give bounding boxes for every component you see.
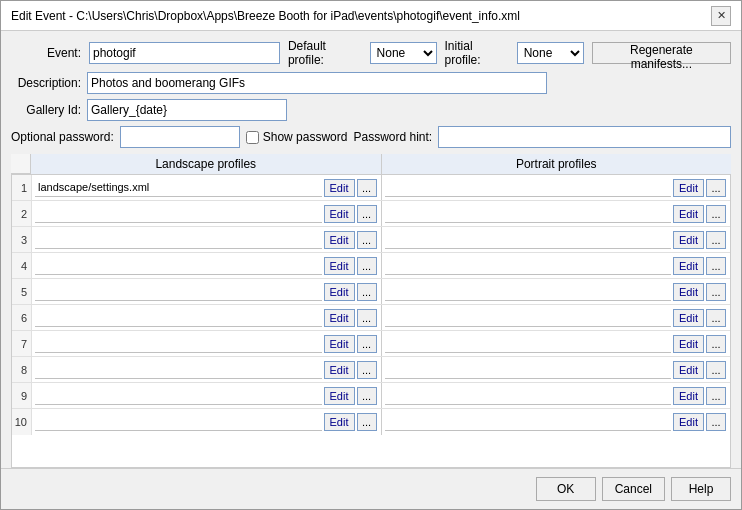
- landscape-dots-btn-7[interactable]: ...: [357, 335, 377, 353]
- landscape-cell-7: Edit ...: [32, 331, 382, 356]
- table-row: 6 Edit ... Edit ...: [12, 305, 730, 331]
- portrait-dots-btn-7[interactable]: ...: [706, 335, 726, 353]
- landscape-cell-1: Edit ...: [32, 175, 382, 200]
- portrait-dots-btn-3[interactable]: ...: [706, 231, 726, 249]
- landscape-edit-btn-3[interactable]: Edit: [324, 231, 355, 249]
- portrait-input-10[interactable]: [385, 413, 672, 431]
- portrait-cell-4: Edit ...: [382, 253, 731, 278]
- portrait-input-1[interactable]: [385, 179, 672, 197]
- portrait-input-9[interactable]: [385, 387, 672, 405]
- landscape-input-7[interactable]: [35, 335, 322, 353]
- portrait-dots-btn-6[interactable]: ...: [706, 309, 726, 327]
- hint-input[interactable]: [438, 126, 731, 148]
- help-button[interactable]: Help: [671, 477, 731, 501]
- landscape-input-6[interactable]: [35, 309, 322, 327]
- portrait-dots-btn-9[interactable]: ...: [706, 387, 726, 405]
- landscape-edit-btn-9[interactable]: Edit: [324, 387, 355, 405]
- portrait-edit-btn-9[interactable]: Edit: [673, 387, 704, 405]
- portrait-cell-9: Edit ...: [382, 383, 731, 408]
- portrait-input-4[interactable]: [385, 257, 672, 275]
- table-row: 4 Edit ... Edit ...: [12, 253, 730, 279]
- portrait-input-3[interactable]: [385, 231, 672, 249]
- hint-label: Password hint:: [353, 130, 432, 144]
- landscape-dots-btn-10[interactable]: ...: [357, 413, 377, 431]
- show-password-checkbox[interactable]: [246, 131, 259, 144]
- table-row: 9 Edit ... Edit ...: [12, 383, 730, 409]
- landscape-dots-btn-5[interactable]: ...: [357, 283, 377, 301]
- portrait-cell-2: Edit ...: [382, 201, 731, 226]
- landscape-dots-btn-2[interactable]: ...: [357, 205, 377, 223]
- portrait-dots-btn-1[interactable]: ...: [706, 179, 726, 197]
- table-row: 2 Edit ... Edit ...: [12, 201, 730, 227]
- landscape-cell-3: Edit ...: [32, 227, 382, 252]
- initial-profile-select[interactable]: None: [517, 42, 584, 64]
- row-number: 8: [12, 357, 32, 382]
- landscape-input-5[interactable]: [35, 283, 322, 301]
- landscape-edit-btn-2[interactable]: Edit: [324, 205, 355, 223]
- landscape-edit-btn-6[interactable]: Edit: [324, 309, 355, 327]
- landscape-dots-btn-9[interactable]: ...: [357, 387, 377, 405]
- password-input[interactable]: [120, 126, 240, 148]
- landscape-dots-btn-3[interactable]: ...: [357, 231, 377, 249]
- landscape-input-1[interactable]: [35, 179, 322, 197]
- portrait-input-5[interactable]: [385, 283, 672, 301]
- regen-button[interactable]: Regenerate manifests...: [592, 42, 731, 64]
- table-row: 5 Edit ... Edit ...: [12, 279, 730, 305]
- landscape-dots-btn-8[interactable]: ...: [357, 361, 377, 379]
- portrait-input-7[interactable]: [385, 335, 672, 353]
- landscape-input-10[interactable]: [35, 413, 322, 431]
- landscape-edit-btn-1[interactable]: Edit: [324, 179, 355, 197]
- landscape-input-4[interactable]: [35, 257, 322, 275]
- portrait-edit-btn-3[interactable]: Edit: [673, 231, 704, 249]
- close-button[interactable]: ✕: [711, 6, 731, 26]
- landscape-cell-8: Edit ...: [32, 357, 382, 382]
- landscape-edit-btn-7[interactable]: Edit: [324, 335, 355, 353]
- event-input[interactable]: [89, 42, 280, 64]
- portrait-dots-btn-5[interactable]: ...: [706, 283, 726, 301]
- landscape-input-9[interactable]: [35, 387, 322, 405]
- profiles-header: Landscape profiles Portrait profiles: [11, 154, 731, 175]
- portrait-cell-5: Edit ...: [382, 279, 731, 304]
- portrait-edit-btn-5[interactable]: Edit: [673, 283, 704, 301]
- landscape-input-3[interactable]: [35, 231, 322, 249]
- portrait-edit-btn-4[interactable]: Edit: [673, 257, 704, 275]
- landscape-edit-btn-8[interactable]: Edit: [324, 361, 355, 379]
- default-profile-select[interactable]: None: [370, 42, 437, 64]
- portrait-edit-btn-8[interactable]: Edit: [673, 361, 704, 379]
- portrait-dots-btn-8[interactable]: ...: [706, 361, 726, 379]
- portrait-edit-btn-2[interactable]: Edit: [673, 205, 704, 223]
- gallery-input[interactable]: [87, 99, 287, 121]
- optional-password-label: Optional password:: [11, 130, 114, 144]
- portrait-input-8[interactable]: [385, 361, 672, 379]
- landscape-cell-5: Edit ...: [32, 279, 382, 304]
- landscape-edit-btn-10[interactable]: Edit: [324, 413, 355, 431]
- landscape-dots-btn-6[interactable]: ...: [357, 309, 377, 327]
- profiles-area: Landscape profiles Portrait profiles 1 E…: [1, 154, 741, 468]
- password-row: Optional password: Show password Passwor…: [11, 126, 731, 148]
- portrait-cell-10: Edit ...: [382, 409, 731, 435]
- portrait-dots-btn-4[interactable]: ...: [706, 257, 726, 275]
- portrait-dots-btn-2[interactable]: ...: [706, 205, 726, 223]
- portrait-edit-btn-10[interactable]: Edit: [673, 413, 704, 431]
- portrait-cell-3: Edit ...: [382, 227, 731, 252]
- landscape-edit-btn-5[interactable]: Edit: [324, 283, 355, 301]
- ok-button[interactable]: OK: [536, 477, 596, 501]
- landscape-dots-btn-1[interactable]: ...: [357, 179, 377, 197]
- portrait-edit-btn-7[interactable]: Edit: [673, 335, 704, 353]
- landscape-dots-btn-4[interactable]: ...: [357, 257, 377, 275]
- desc-input[interactable]: [87, 72, 547, 94]
- show-password-label[interactable]: Show password: [263, 130, 348, 144]
- portrait-header: Portrait profiles: [382, 154, 732, 174]
- table-row: 3 Edit ... Edit ...: [12, 227, 730, 253]
- table-row: 7 Edit ... Edit ...: [12, 331, 730, 357]
- row-number: 5: [12, 279, 32, 304]
- portrait-edit-btn-6[interactable]: Edit: [673, 309, 704, 327]
- portrait-input-2[interactable]: [385, 205, 672, 223]
- portrait-edit-btn-1[interactable]: Edit: [673, 179, 704, 197]
- landscape-edit-btn-4[interactable]: Edit: [324, 257, 355, 275]
- landscape-input-2[interactable]: [35, 205, 322, 223]
- cancel-button[interactable]: Cancel: [602, 477, 665, 501]
- landscape-input-8[interactable]: [35, 361, 322, 379]
- portrait-input-6[interactable]: [385, 309, 672, 327]
- portrait-dots-btn-10[interactable]: ...: [706, 413, 726, 431]
